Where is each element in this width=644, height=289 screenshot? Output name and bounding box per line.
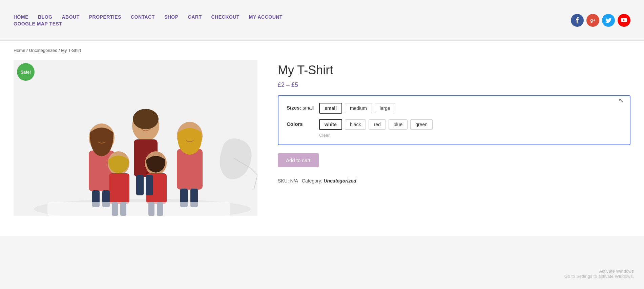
site-header: HOME BLOG ABOUT PROPERTIES CONTACT SHOP … [0, 0, 644, 41]
youtube-icon[interactable] [618, 14, 630, 27]
nav-row-1: HOME BLOG ABOUT PROPERTIES CONTACT SHOP … [14, 14, 331, 20]
nav-checkout[interactable]: CHECKOUT [211, 14, 239, 20]
color-green-button[interactable]: green [410, 119, 433, 130]
add-to-cart-button[interactable]: Add to cart [278, 153, 319, 167]
main-content: Sale! [0, 56, 644, 236]
nav-about[interactable]: ABOUT [62, 14, 79, 20]
sizes-options: small medium large [319, 103, 395, 114]
facebook-icon[interactable] [571, 14, 584, 27]
twitter-icon[interactable] [602, 14, 615, 27]
variations-box: Sizes: small small medium large Colors w… [278, 95, 630, 145]
size-large-button[interactable]: large [375, 103, 395, 113]
svg-rect-8 [177, 149, 203, 190]
size-small-button[interactable]: small [319, 103, 342, 114]
breadcrumb-home[interactable]: Home [14, 48, 25, 53]
category-value[interactable]: Uncategorized [324, 178, 356, 184]
sizes-row: Sizes: small small medium large [287, 103, 622, 114]
product-price: £2 – £5 [278, 81, 630, 89]
colors-label: Colors [287, 119, 314, 127]
product-details: My T-Shirt £2 – £5 Sizes: small small me… [278, 60, 630, 184]
breadcrumb-current: My T-Shirt [61, 48, 81, 53]
navigation: HOME BLOG ABOUT PROPERTIES CONTACT SHOP … [14, 14, 331, 26]
clear-colors-button[interactable]: Clear [319, 133, 330, 138]
google-plus-icon[interactable]: g+ [586, 14, 599, 27]
size-medium-button[interactable]: medium [345, 103, 372, 113]
social-icons-group: g+ [571, 14, 630, 27]
nav-shop[interactable]: SHOP [164, 14, 179, 20]
color-white-button[interactable]: white [319, 119, 342, 130]
svg-rect-17 [136, 175, 144, 195]
breadcrumb: Home / Uncategorized / My T-Shirt [14, 48, 630, 53]
nav-properties[interactable]: PROPERTIES [89, 14, 121, 20]
add-to-cart-area: Add to cart [278, 153, 630, 175]
product-title: My T-Shirt [278, 63, 630, 77]
colors-options: white black red blue green [319, 119, 433, 130]
sku-label: SKU: [278, 178, 289, 184]
breadcrumb-bar: Home / Uncategorized / My T-Shirt [0, 41, 644, 56]
nav-home[interactable]: HOME [14, 14, 28, 20]
svg-rect-0 [14, 60, 257, 216]
sale-badge: Sale! [17, 63, 35, 81]
svg-rect-18 [146, 175, 153, 195]
nav-row-2: GOOGLE MAP TEST [14, 21, 331, 26]
color-blue-button[interactable]: blue [389, 119, 408, 130]
nav-cart[interactable]: CART [188, 14, 202, 20]
nav-blog[interactable]: BLOG [38, 14, 52, 20]
nav-google-map-test[interactable]: GOOGLE MAP TEST [14, 21, 62, 26]
sku-info: SKU: N/A Category: Uncategorized [278, 178, 630, 184]
breadcrumb-sep-1: / [26, 48, 29, 53]
svg-point-4 [133, 109, 159, 129]
sku-value: N/A [290, 178, 298, 184]
svg-rect-23 [47, 202, 230, 216]
sizes-label: Sizes: small [287, 103, 314, 111]
sizes-selected: small [303, 105, 314, 111]
color-black-button[interactable]: black [345, 119, 366, 130]
nav-contact[interactable]: CONTACT [131, 14, 155, 20]
colors-row: Colors white black red blue green Clear [287, 119, 622, 138]
product-image-area: Sale! [14, 60, 257, 216]
color-red-button[interactable]: red [369, 119, 386, 130]
svg-rect-10 [109, 173, 129, 204]
product-image-svg [14, 60, 257, 216]
nav-my-account[interactable]: MY ACCOUNT [249, 14, 283, 20]
breadcrumb-uncategorized[interactable]: Uncategorized [29, 48, 58, 53]
category-label: Category: [302, 178, 323, 184]
product-image [14, 60, 257, 216]
